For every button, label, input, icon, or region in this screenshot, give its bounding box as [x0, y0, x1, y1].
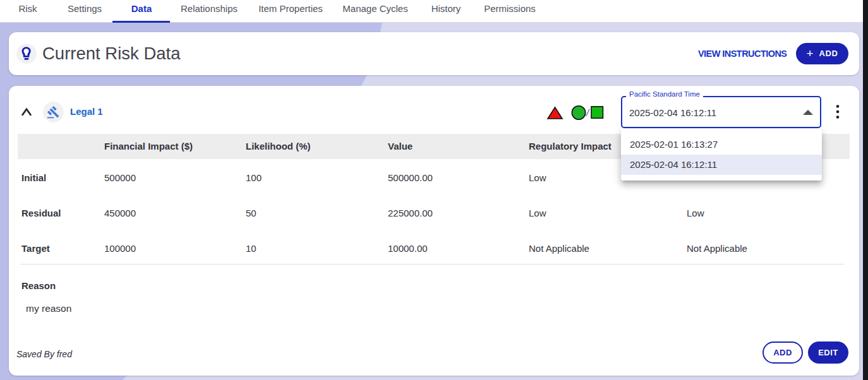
- svg-text:/: /: [586, 107, 590, 118]
